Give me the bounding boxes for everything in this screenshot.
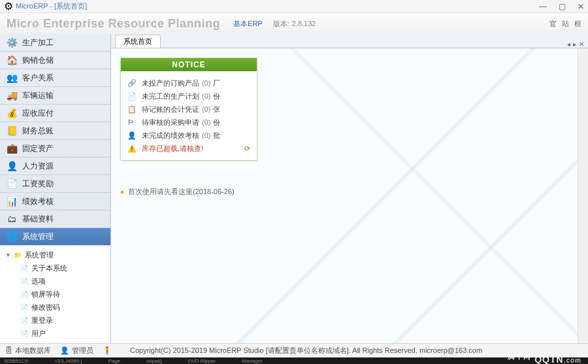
taskbar-strip: 505851C6 <S3.J4085.j Page mipal(j DVD Ri…: [0, 357, 588, 364]
tb-1: 505851C6: [4, 358, 28, 364]
tab-prev-button[interactable]: ◂: [567, 41, 570, 48]
ledger-icon: 📒: [5, 124, 18, 137]
notice-row[interactable]: 🔗未投产的订购产品(0) 厂: [127, 76, 250, 90]
header-link-3[interactable]: 框: [574, 19, 581, 29]
tree-datamaint[interactable]: 📄数据维护: [0, 340, 110, 343]
nav-hr[interactable]: 👤人力资源: [0, 157, 110, 175]
doc-icon: 📄: [127, 92, 138, 101]
first-use-link[interactable]: ● 首次使用请先看这里(2018-06-26): [120, 187, 579, 197]
status-help-icon[interactable]: 🧍: [103, 346, 112, 355]
globe-icon: 🌐: [5, 230, 18, 243]
window-title: MicroERP - [系统首页]: [16, 1, 87, 11]
tb-5: DVD Ripper: [188, 358, 216, 364]
notice-row[interactable]: 📄未完工的生产计划(0) 份: [127, 90, 250, 103]
header-link-1[interactable]: 官: [549, 19, 557, 29]
warning-icon: ⚠️: [127, 144, 138, 153]
doc-icon: 📄: [20, 290, 29, 299]
gear-icon: ⚙️: [5, 36, 18, 49]
sidebar: ⚙️生产加工 🏠购销仓储 👥客户关系 🚚车辆运输 💰应收应付 📒财务总账 💼固定…: [0, 34, 111, 343]
doc-icon: 📄: [20, 342, 29, 343]
money-icon: 💰: [5, 107, 18, 120]
tb-2: <S3.J4085.j: [54, 358, 82, 364]
refresh-icon[interactable]: ⟳: [244, 144, 250, 153]
users-icon: 👥: [5, 71, 18, 84]
tree-lock[interactable]: 📄锁屏等待: [0, 288, 110, 301]
nav-vehicle[interactable]: 🚚车辆运输: [0, 87, 110, 105]
link-icon: 🔗: [127, 79, 138, 88]
notice-row-warning[interactable]: ⚠️库存已超载,请核查!⟳: [127, 142, 250, 155]
nav-basedata[interactable]: 🗂基础资料: [0, 210, 110, 228]
doc-icon: 📄: [20, 329, 29, 338]
title-bar: ⚙ MicroERP - [系统首页] — ▢ ✕: [0, 0, 588, 13]
nav-crm[interactable]: 👥客户关系: [0, 69, 110, 87]
header-link-2[interactable]: 站: [562, 19, 569, 29]
nav-system[interactable]: 🌐系统管理: [0, 228, 110, 246]
nav-production[interactable]: ⚙️生产加工: [0, 34, 110, 52]
chart-icon: 📊: [5, 195, 18, 208]
status-db: 🗄本地数据库: [5, 346, 51, 356]
tb-4: mipal(j: [146, 358, 162, 364]
maximize-button[interactable]: ▢: [559, 2, 566, 11]
tree-user[interactable]: 📄用户: [0, 327, 110, 340]
folder-icon: 📁: [13, 250, 22, 259]
user-icon: 👤: [60, 346, 69, 354]
nav-assets[interactable]: 💼固定资产: [0, 140, 110, 157]
tb-3: Page: [108, 358, 120, 364]
nav-payable[interactable]: 💰应收应付: [0, 105, 110, 122]
bullet-icon: ●: [120, 188, 124, 195]
tb-6: Manager: [242, 358, 263, 364]
tab-home[interactable]: 系统首页: [115, 35, 161, 48]
header: Micro Enterprise Resource Planning 基本ERP…: [0, 13, 588, 34]
tab-strip: 系统首页 ◂ ▸ ✕: [111, 34, 588, 48]
notice-panel: NOTICE 🔗未投产的订购产品(0) 厂 📄未完工的生产计划(0) 份 📋待记…: [120, 58, 257, 161]
notice-row[interactable]: 📋待记账的会计凭证(0) 张: [127, 103, 250, 116]
edition-label: 基本ERP: [233, 19, 263, 29]
tree-options[interactable]: 📄选项: [0, 274, 110, 288]
doc-icon: 📄: [5, 177, 18, 190]
tree-about[interactable]: 📄关于本系统: [0, 261, 110, 274]
truck-icon: 🚚: [5, 89, 18, 102]
person-icon: 👤: [127, 131, 138, 140]
flag-icon: 🏳: [127, 118, 138, 126]
close-button[interactable]: ✕: [578, 2, 584, 11]
nav-salary[interactable]: 📄工资奖励: [0, 175, 110, 193]
watermark: 腾牛网 QQTN.com: [508, 354, 581, 364]
tree-password[interactable]: 📄修改密码: [0, 301, 110, 314]
version-value: 2.8.132: [292, 20, 316, 27]
nav-purchase-sales[interactable]: 🏠购销仓储: [0, 52, 110, 69]
folder-icon: 🗂: [5, 212, 18, 225]
doc-icon: 📄: [20, 303, 29, 312]
doc-icon: 📄: [20, 276, 29, 286]
briefcase-icon: 💼: [5, 142, 18, 155]
database-icon: 🗄: [5, 346, 12, 354]
person-icon: 👤: [5, 159, 18, 173]
content-area: 系统首页 ◂ ▸ ✕ NOTICE 🔗未投产的订购产品(0) 厂 📄未完工的生产…: [111, 34, 588, 343]
tab-close-button[interactable]: ✕: [579, 41, 584, 48]
doc-icon: 📄: [20, 316, 29, 325]
notice-row[interactable]: 👤未完成的绩效考核(0) 批: [127, 129, 250, 142]
house-icon: 🏠: [5, 54, 18, 67]
nav-finance[interactable]: 📒财务总账: [0, 122, 110, 140]
tree-root[interactable]: ▾📁系统管理: [0, 248, 110, 261]
minimize-button[interactable]: —: [539, 2, 547, 11]
sidebar-tree: ▾📁系统管理 📄关于本系统 📄选项 📄锁屏等待 📄修改密码 📄重登录 📄用户 📄…: [0, 246, 110, 343]
doc-icon: 📄: [20, 263, 29, 273]
clipboard-icon: 📋: [127, 105, 138, 114]
version-label: 版本:: [273, 19, 289, 29]
status-bar: 🗄本地数据库 👤管理员 🧍 Copyright(C) 2015-2019 Mic…: [0, 343, 588, 357]
tab-next-button[interactable]: ▸: [573, 41, 576, 48]
notice-title: NOTICE: [121, 58, 257, 71]
app-icon: ⚙: [4, 2, 13, 11]
notice-row[interactable]: 🏳待审核的采购申请(0) 份: [127, 116, 250, 129]
product-name: Micro Enterprise Resource Planning: [7, 17, 220, 31]
nav-performance[interactable]: 📊绩效考核: [0, 193, 110, 210]
tree-relogin[interactable]: 📄重登录: [0, 314, 110, 327]
status-user: 👤管理员: [60, 346, 93, 356]
